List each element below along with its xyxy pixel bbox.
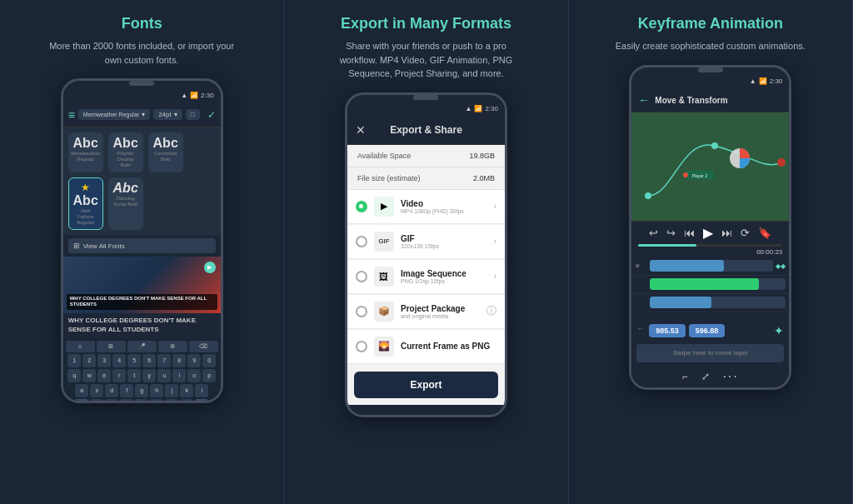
play-indicator-icon[interactable]: ▶ <box>204 262 216 273</box>
key-0[interactable]: 0 <box>202 354 216 367</box>
export-option-frame[interactable]: 🌄 Current Frame as PNG <box>347 330 505 364</box>
kf-undo-icon[interactable]: ↩ <box>649 227 658 239</box>
key-4[interactable]: 4 <box>112 354 126 367</box>
key-r[interactable]: r <box>112 369 126 382</box>
kf-more-icon[interactable]: ··· <box>723 369 739 384</box>
key-s[interactable]: s <box>90 384 103 397</box>
keyboard-row-z: ⇑ z x c v b n m ⌫ <box>66 399 218 403</box>
radio-frame[interactable] <box>356 341 367 352</box>
key-x[interactable]: x <box>105 399 118 403</box>
key-w[interactable]: w <box>82 369 96 382</box>
key-i[interactable]: i <box>172 369 186 382</box>
kf-swipe-hint: Swipe here to move layer <box>636 344 784 362</box>
key-9[interactable]: 9 <box>187 354 201 367</box>
font-card-3[interactable]: Abc Comfortaa Bold <box>148 132 183 172</box>
kf-timeline-bar[interactable] <box>638 244 782 247</box>
kf-back-button[interactable]: ← <box>638 93 650 107</box>
export-option-image-seq[interactable]: 🖼 Image Sequence PNG 1Osp 15fps › <box>347 260 505 294</box>
radio-gif[interactable] <box>356 236 367 247</box>
svg-point-9 <box>711 142 718 149</box>
font-box-pill[interactable]: □ <box>186 109 200 120</box>
key-6[interactable]: 6 <box>142 354 156 367</box>
key-y[interactable]: y <box>142 369 156 382</box>
key-1[interactable]: 1 <box>67 354 81 367</box>
kf-track1-strip[interactable] <box>650 260 773 272</box>
kf-track-3 <box>631 294 789 312</box>
kf-redo-icon[interactable]: ↪ <box>666 227 676 239</box>
key-l[interactable]: l <box>195 384 208 397</box>
radio-project[interactable] <box>356 306 367 317</box>
key-backspace[interactable]: ⌫ <box>195 399 208 403</box>
keyboard-row-q: q w e r t y u i o p <box>66 369 218 382</box>
key-n[interactable]: n <box>165 399 178 403</box>
export-option-gif[interactable]: GIF GIF 320x138 15fps › <box>347 225 505 259</box>
key-a[interactable]: a <box>75 384 88 397</box>
kf-play-button[interactable]: ▶ <box>703 225 713 241</box>
export-close-button[interactable]: ✕ <box>356 123 366 137</box>
radio-video[interactable] <box>356 201 367 212</box>
kf-coord-x[interactable]: 985.53 <box>649 324 686 337</box>
kf-skip-forward-icon[interactable]: ⏭ <box>721 227 732 239</box>
image-seq-option-icon: 🖼 <box>374 267 394 287</box>
kf-coord-y[interactable]: 596.88 <box>689 324 726 337</box>
font-card-5[interactable]: Abc Dancing Script Bold <box>108 177 143 231</box>
export-phone-mockup: ▲📶2:30 ✕ Export & Share Available Space … <box>345 92 507 417</box>
key-5[interactable]: 5 <box>127 354 141 367</box>
delete-key[interactable]: ⌫ <box>189 341 218 352</box>
view-all-fonts-button[interactable]: ⊞ View All Fonts <box>68 238 216 253</box>
kf-skip-back-icon[interactable]: ⏮ <box>684 227 695 239</box>
key-g[interactable]: g <box>135 384 148 397</box>
key-8[interactable]: 8 <box>172 354 186 367</box>
frame-option-text: Current Frame as PNG <box>401 342 496 351</box>
key-v[interactable]: v <box>135 399 148 403</box>
key-o[interactable]: o <box>187 369 201 382</box>
phone3-statusbar: ▲📶2:30 <box>631 74 789 89</box>
key-m[interactable]: m <box>180 399 193 403</box>
key-q[interactable]: q <box>67 369 81 382</box>
gear-key[interactable]: ⚙ <box>158 341 187 352</box>
key-d[interactable]: d <box>105 384 118 397</box>
key-t[interactable]: t <box>127 369 141 382</box>
font-name-pill[interactable]: Merriweather Regular ▾ <box>78 109 150 120</box>
image-seq-arrow-icon: › <box>494 272 496 281</box>
font-card-2[interactable]: Abc Playfair Display Bold <box>108 132 143 172</box>
key-j[interactable]: j <box>165 384 178 397</box>
kf-track2-strip[interactable] <box>650 278 786 290</box>
key-shift[interactable]: ⇑ <box>75 399 88 403</box>
key-7[interactable]: 7 <box>157 354 171 367</box>
key-f[interactable]: f <box>120 384 133 397</box>
kf-loop-icon[interactable]: ⟳ <box>741 227 750 239</box>
key-e[interactable]: e <box>97 369 111 382</box>
key-b[interactable]: b <box>150 399 163 403</box>
export-option-project[interactable]: 📦 Project Package and original media ⓘ <box>347 295 505 329</box>
mic-key[interactable]: 🎤 <box>127 341 157 352</box>
kf-track1-add[interactable]: ◆ <box>781 262 786 270</box>
kf-coords-back-icon[interactable]: ← <box>636 324 644 337</box>
key-u[interactable]: u <box>157 369 171 382</box>
kf-bookmark-icon[interactable]: 🔖 <box>758 227 771 239</box>
kf-add-keyframe-icon[interactable]: ✦ <box>774 324 784 337</box>
kf-resize-icon[interactable]: ⤢ <box>701 371 710 382</box>
kf-track3-strip[interactable] <box>650 297 786 308</box>
fonts-panel: Fonts More than 2000 fonts included, or … <box>0 0 284 504</box>
font-card-selected[interactable]: ★ Abc Abril Fatface Regular <box>68 177 103 231</box>
export-button[interactable]: Export <box>354 372 498 398</box>
key-z[interactable]: z <box>90 399 103 403</box>
keyboard-row-a: a s d f g h j k l <box>66 384 218 397</box>
key-3[interactable]: 3 <box>97 354 111 367</box>
key-h[interactable]: h <box>150 384 163 397</box>
key-c[interactable]: c <box>120 399 133 403</box>
font-card-1[interactable]: Abc Merriweather Regular <box>68 132 103 172</box>
key-p[interactable]: p <box>202 369 216 382</box>
phone2-statusbar: ▲📶2:30 <box>347 102 505 117</box>
key-k[interactable]: k <box>180 384 193 397</box>
emoji-key[interactable]: ☺ <box>66 341 95 352</box>
sticker-key[interactable]: ⊞ <box>97 341 126 352</box>
kf-corner-icon[interactable]: ⌐ <box>682 371 688 382</box>
toolbar-check-icon[interactable]: ✓ <box>207 109 216 121</box>
radio-image-seq[interactable] <box>356 271 367 282</box>
gif-option-icon: GIF <box>374 232 394 252</box>
export-option-video[interactable]: ▶ Video MP4 1080p (FHD) 30fps › <box>347 190 505 224</box>
font-size-pill[interactable]: 24pt ▾ <box>153 109 182 120</box>
key-2[interactable]: 2 <box>82 354 96 367</box>
